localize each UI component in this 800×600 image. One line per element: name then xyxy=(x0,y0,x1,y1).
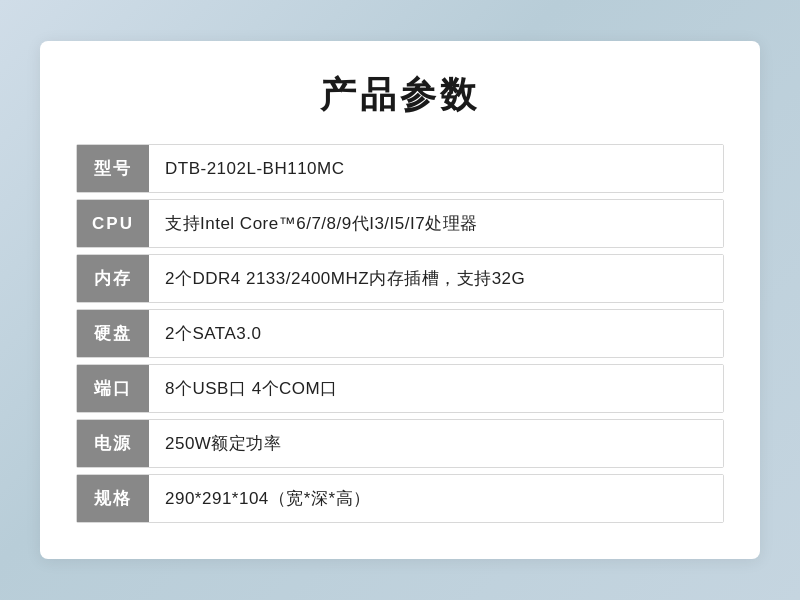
spec-row: 型号DTB-2102L-BH110MC xyxy=(76,144,724,193)
spec-label: 规格 xyxy=(77,475,149,522)
spec-label: 型号 xyxy=(77,145,149,192)
page-title: 产品参数 xyxy=(76,71,724,120)
spec-value: 2个DDR4 2133/2400MHZ内存插槽，支持32G xyxy=(149,255,723,302)
spec-value: 8个USB口 4个COM口 xyxy=(149,365,723,412)
spec-value: 250W额定功率 xyxy=(149,420,723,467)
spec-label: 电源 xyxy=(77,420,149,467)
spec-value: 2个SATA3.0 xyxy=(149,310,723,357)
spec-row: 电源250W额定功率 xyxy=(76,419,724,468)
spec-row: CPU支持Intel Core™6/7/8/9代I3/I5/I7处理器 xyxy=(76,199,724,248)
spec-label: CPU xyxy=(77,200,149,247)
spec-value: 290*291*104（宽*深*高） xyxy=(149,475,723,522)
spec-row: 硬盘2个SATA3.0 xyxy=(76,309,724,358)
spec-row: 规格290*291*104（宽*深*高） xyxy=(76,474,724,523)
product-spec-card: 产品参数 型号DTB-2102L-BH110MCCPU支持Intel Core™… xyxy=(40,41,760,559)
spec-row: 内存2个DDR4 2133/2400MHZ内存插槽，支持32G xyxy=(76,254,724,303)
spec-value: DTB-2102L-BH110MC xyxy=(149,145,723,192)
spec-table: 型号DTB-2102L-BH110MCCPU支持Intel Core™6/7/8… xyxy=(76,144,724,523)
spec-label: 内存 xyxy=(77,255,149,302)
spec-row: 端口8个USB口 4个COM口 xyxy=(76,364,724,413)
spec-label: 端口 xyxy=(77,365,149,412)
spec-value: 支持Intel Core™6/7/8/9代I3/I5/I7处理器 xyxy=(149,200,723,247)
spec-label: 硬盘 xyxy=(77,310,149,357)
